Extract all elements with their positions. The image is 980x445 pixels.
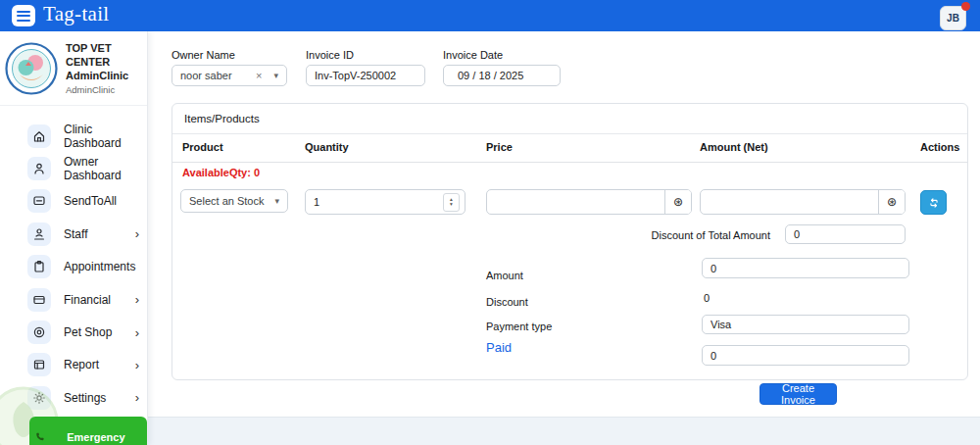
payment-type-input[interactable]: [702, 315, 909, 334]
sidebar-item-staff[interactable]: Staff ›: [0, 218, 147, 250]
phone-icon: [35, 431, 45, 442]
chat-icon: [27, 189, 51, 213]
clinic-logo: [5, 42, 58, 95]
invoice-date-label: Invoice Date: [443, 49, 503, 61]
payment-type-label: Payment type: [486, 321, 552, 332]
clinic-header: TOP VET CENTER AdminClinic AdminClinic: [0, 31, 147, 106]
bottom-strip: [147, 417, 980, 445]
chevron-right-icon: ›: [135, 226, 139, 241]
currency-icon: ⊛: [878, 190, 905, 214]
panel-title: Items/Products: [172, 104, 967, 134]
main-content: Owner Name noor saber × ▾ Invoice ID Inv…: [147, 31, 980, 417]
report-icon: [27, 353, 51, 376]
sidebar-item-report[interactable]: Report ›: [0, 349, 147, 381]
step-down-icon[interactable]: ▾: [450, 202, 453, 208]
owner-name-select[interactable]: noor saber × ▾: [172, 65, 287, 86]
owner-name-label: Owner Name: [172, 49, 235, 61]
col-price: Price: [486, 141, 513, 153]
table-header-row: Product Quantity Price Amount (Net) Acti…: [172, 134, 967, 163]
col-actions: Actions: [920, 141, 959, 153]
invoice-date-input[interactable]: [443, 65, 561, 86]
amount-input[interactable]: [702, 258, 909, 278]
sidebar-item-label: Owner Dashboard: [64, 155, 147, 182]
sidebar-item-label: Appointments: [64, 260, 135, 273]
quantity-stepper[interactable]: ▴ ▾: [443, 193, 460, 212]
paid-input[interactable]: [702, 345, 909, 366]
emergency-contact-button[interactable]: Emergency Contact: [29, 417, 147, 445]
product-select-placeholder: Select an Stock: [189, 195, 264, 207]
paid-label: Paid: [486, 340, 512, 355]
coin-icon: [27, 321, 51, 344]
app-brand: Tag-tail: [43, 2, 109, 26]
clinic-title: TOP VET CENTER AdminClinic: [66, 42, 143, 82]
chevron-right-icon: ›: [135, 325, 139, 340]
discount-value: 0: [704, 292, 710, 304]
discount-label: Discount: [486, 296, 528, 308]
available-qty-text: AvailableQty: 0: [182, 167, 260, 178]
refresh-row-button[interactable]: [920, 190, 947, 215]
items-products-panel: Items/Products Product Quantity Price Am…: [172, 103, 968, 380]
sidebar-item-owner-dashboard[interactable]: Owner Dashboard: [0, 152, 147, 184]
clipboard-icon: [27, 255, 51, 278]
currency-icon: ⊛: [664, 190, 691, 214]
invoice-id-label: Invoice ID: [306, 49, 354, 61]
sidebar-item-label: SendToAll: [64, 194, 117, 208]
sidebar-item-label: Report: [64, 358, 99, 371]
clear-icon[interactable]: ×: [256, 70, 262, 81]
amount-net-input[interactable]: [701, 196, 878, 208]
notification-dot: [961, 2, 970, 11]
sidebar-nav: Clinic Dashboard Owner Dashboard SendToA…: [0, 120, 147, 415]
owner-name-value: noor saber: [180, 70, 232, 81]
col-amount: Amount (Net): [700, 141, 768, 153]
sidebar-item-financial[interactable]: Financial ›: [0, 283, 147, 316]
sidebar-item-sendtoall[interactable]: SendToAll: [0, 185, 147, 218]
sidebar-item-label: Pet Shop: [64, 325, 112, 339]
quantity-field: ▴ ▾: [305, 189, 466, 215]
sidebar-item-pet-shop[interactable]: Pet Shop ›: [0, 316, 147, 348]
chevron-right-icon: ›: [135, 358, 139, 372]
app-header: Tag-tail JB: [0, 0, 980, 31]
sidebar-item-label: Settings: [64, 391, 106, 405]
col-quantity: Quantity: [305, 141, 349, 153]
staff-icon: [27, 222, 51, 246]
chevron-right-icon: ›: [135, 390, 139, 405]
menu-icon[interactable]: [12, 5, 35, 26]
card-icon: [27, 288, 51, 312]
sidebar-item-label: Clinic Dashboard: [64, 123, 147, 150]
amount-net-field: ⊛: [700, 189, 906, 215]
home-icon: [27, 124, 51, 148]
price-field: ⊛: [486, 189, 692, 215]
col-product: Product: [182, 141, 223, 153]
sidebar: TOP VET CENTER AdminClinic AdminClinic C…: [0, 31, 148, 445]
emergency-contact-label: Emergency Contact: [51, 431, 141, 445]
quantity-input[interactable]: [306, 196, 443, 208]
create-invoice-button[interactable]: Create Invoice: [760, 383, 837, 405]
sidebar-item-appointments[interactable]: Appointments: [0, 251, 147, 283]
discount-total-input[interactable]: [785, 224, 906, 244]
invoice-id-input[interactable]: [306, 65, 425, 86]
amount-label: Amount: [486, 270, 523, 281]
sidebar-item-label: Staff: [64, 227, 87, 241]
price-input[interactable]: [487, 196, 664, 208]
repeat-icon: [927, 196, 941, 210]
clinic-subtitle: AdminClinic: [66, 84, 143, 95]
chevron-right-icon: ›: [135, 292, 139, 307]
person-icon: [27, 157, 51, 180]
chevron-down-icon: ▾: [273, 71, 278, 80]
product-select[interactable]: Select an Stock ▾: [180, 189, 288, 213]
discount-total-label: Discount of Total Amount: [623, 229, 770, 241]
chevron-down-icon: ▾: [274, 196, 279, 206]
sidebar-item-label: Financial: [64, 293, 111, 307]
sidebar-item-clinic-dashboard[interactable]: Clinic Dashboard: [0, 120, 147, 152]
